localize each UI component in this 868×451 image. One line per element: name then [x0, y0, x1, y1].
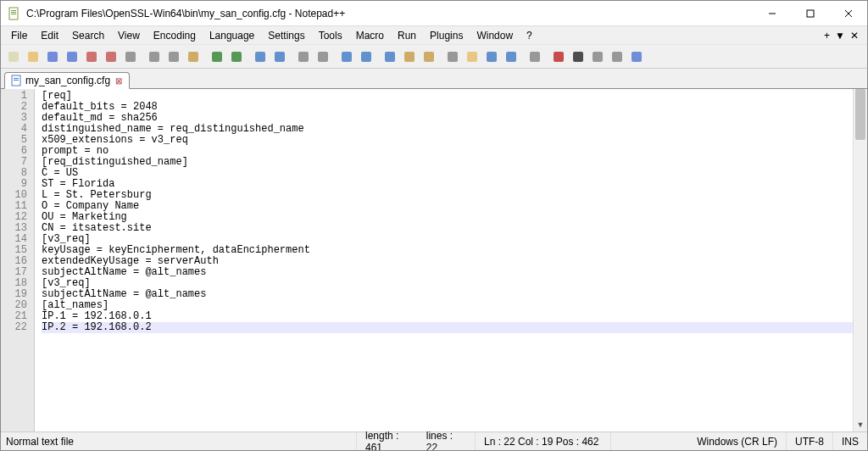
- status-length: length : 461 lines : 22: [357, 432, 476, 450]
- code-line[interactable]: O = Company Name: [42, 201, 853, 212]
- tab-active[interactable]: my_san_config.cfg ⊠: [4, 72, 130, 89]
- menu-settings[interactable]: Settings: [261, 28, 311, 43]
- sync-v-icon[interactable]: [337, 47, 356, 66]
- all-chars-icon[interactable]: [400, 47, 419, 66]
- close-button[interactable]: [829, 1, 867, 25]
- svg-rect-28: [424, 52, 434, 62]
- doc-map-icon[interactable]: [482, 47, 501, 66]
- save-icon[interactable]: [43, 47, 62, 66]
- save-all-icon[interactable]: [63, 47, 81, 66]
- svg-rect-24: [342, 52, 352, 62]
- replace-icon[interactable]: [270, 47, 289, 66]
- tab-close-icon[interactable]: ⊠: [114, 75, 124, 86]
- lang-icon[interactable]: [443, 47, 462, 66]
- menu-file[interactable]: File: [4, 28, 34, 43]
- svg-rect-30: [467, 52, 477, 62]
- dropdown-icon[interactable]: ▼: [835, 30, 845, 42]
- code-line[interactable]: x509_extensions = v3_req: [42, 135, 853, 146]
- close-icon[interactable]: [82, 47, 101, 66]
- record-icon[interactable]: [549, 47, 568, 66]
- svg-rect-37: [612, 52, 622, 62]
- svg-rect-22: [298, 52, 309, 62]
- file-icon: [10, 75, 22, 86]
- code-line[interactable]: subjectAltName = @alt_names: [42, 267, 853, 278]
- sync-h-icon[interactable]: [357, 47, 376, 66]
- code-line[interactable]: IP.2 = 192.168.0.2: [42, 322, 853, 333]
- code-line[interactable]: CN = itsatest.site: [42, 223, 853, 234]
- title-bar: C:\Program Files\OpenSSL-Win64\bin\my_sa…: [1, 1, 867, 26]
- play-icon[interactable]: [588, 47, 607, 66]
- status-eol: Windows (CR LF): [688, 432, 787, 450]
- wordwrap-icon[interactable]: [381, 47, 399, 66]
- editor[interactable]: 12345678910111213141516171819202122 [req…: [1, 89, 867, 432]
- find-icon[interactable]: [251, 47, 270, 66]
- svg-rect-16: [169, 52, 179, 62]
- monitor-icon[interactable]: [526, 47, 544, 66]
- cut-icon[interactable]: [145, 47, 164, 66]
- status-mode: INS: [833, 432, 867, 450]
- minimize-button[interactable]: [753, 1, 791, 25]
- menu-search[interactable]: Search: [65, 28, 111, 43]
- save-macro-icon[interactable]: [627, 47, 646, 66]
- scroll-thumb[interactable]: [855, 89, 865, 140]
- menu-tools[interactable]: Tools: [312, 28, 349, 43]
- menu-[interactable]: ?: [520, 28, 539, 43]
- zoom-out-icon[interactable]: [314, 47, 332, 66]
- menu-language[interactable]: Language: [203, 28, 261, 43]
- scroll-down-icon[interactable]: ▼: [854, 417, 867, 432]
- menu-encoding[interactable]: Encoding: [147, 28, 203, 43]
- svg-rect-21: [275, 52, 285, 62]
- stop-icon[interactable]: [569, 47, 587, 66]
- code-line[interactable]: ST = Florida: [42, 179, 853, 190]
- code-line[interactable]: OU = Marketing: [42, 212, 853, 223]
- line-number-gutter: 12345678910111213141516171819202122: [1, 89, 35, 432]
- svg-rect-9: [28, 52, 38, 62]
- code-line[interactable]: IP.1 = 192.168.0.1: [42, 311, 853, 322]
- svg-rect-3: [11, 14, 16, 14]
- menu-run[interactable]: Run: [391, 28, 423, 43]
- code-line[interactable]: subjectAltName = @alt_names: [42, 289, 853, 300]
- maximize-button[interactable]: [791, 1, 829, 25]
- svg-rect-33: [530, 52, 540, 62]
- paste-icon[interactable]: [184, 47, 203, 66]
- svg-rect-15: [149, 52, 159, 62]
- close-panel-icon[interactable]: ✕: [850, 30, 859, 42]
- svg-rect-41: [14, 80, 19, 81]
- code-line[interactable]: [req_distinguished_name]: [42, 157, 853, 168]
- menu-bar: FileEditSearchViewEncodingLanguageSettin…: [1, 26, 867, 45]
- svg-rect-10: [47, 52, 58, 62]
- line-number: 22: [1, 322, 27, 333]
- func-list-icon[interactable]: [502, 47, 520, 66]
- close-all-icon[interactable]: [102, 47, 120, 66]
- copy-icon[interactable]: [164, 47, 183, 66]
- menu-plugins[interactable]: Plugins: [423, 28, 470, 43]
- menu-edit[interactable]: Edit: [34, 28, 65, 43]
- code-area[interactable]: [req]default_bits = 2048default_md = sha…: [35, 89, 853, 432]
- vertical-scrollbar[interactable]: ▲ ▼: [853, 89, 867, 432]
- svg-rect-11: [67, 52, 77, 62]
- print-icon[interactable]: [121, 47, 140, 66]
- zoom-in-icon[interactable]: [294, 47, 313, 66]
- open-file-icon[interactable]: [24, 47, 42, 66]
- menu-window[interactable]: Window: [470, 28, 520, 43]
- svg-rect-31: [487, 52, 497, 62]
- toolbar: [1, 45, 867, 69]
- svg-rect-38: [632, 52, 642, 62]
- undo-icon[interactable]: [208, 47, 226, 66]
- code-line[interactable]: [req]: [42, 91, 853, 102]
- code-line[interactable]: [alt_names]: [42, 300, 853, 311]
- new-file-icon[interactable]: [4, 47, 23, 66]
- plus-icon[interactable]: +: [824, 30, 830, 42]
- code-line[interactable]: L = St. Petersburg: [42, 190, 853, 201]
- code-line[interactable]: C = US: [42, 168, 853, 179]
- indent-guide-icon[interactable]: [420, 47, 438, 66]
- menu-view[interactable]: View: [111, 28, 147, 43]
- redo-icon[interactable]: [227, 47, 246, 66]
- play-multi-icon[interactable]: [608, 47, 626, 66]
- code-line[interactable]: default_bits = 2048: [42, 102, 853, 113]
- menu-macro[interactable]: Macro: [349, 28, 391, 43]
- folder-icon[interactable]: [463, 47, 481, 66]
- svg-rect-8: [8, 52, 19, 62]
- svg-rect-17: [188, 52, 198, 62]
- svg-rect-14: [125, 52, 136, 62]
